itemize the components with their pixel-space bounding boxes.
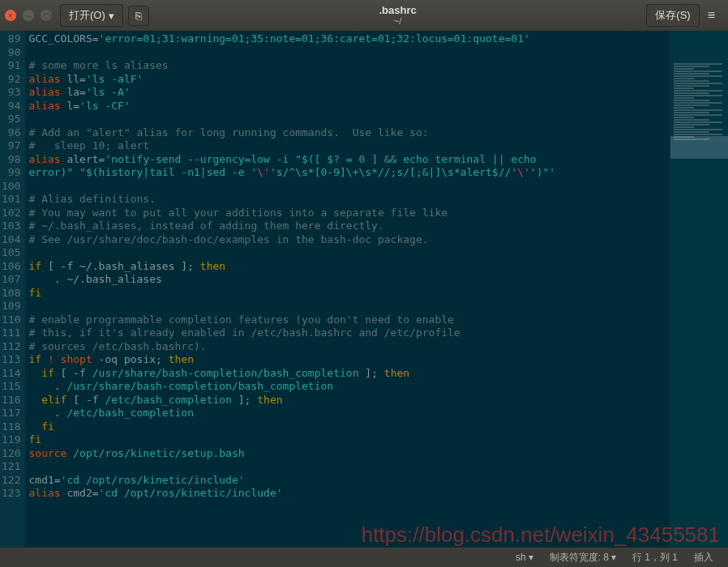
file-path: ~/	[149, 16, 647, 27]
line-number: 122	[2, 474, 20, 488]
code-line[interactable]: # this, if it's already enabled in /etc/…	[28, 326, 666, 340]
code-line[interactable]	[28, 514, 666, 527]
minimize-icon[interactable]: –	[23, 10, 34, 21]
code-line[interactable]	[28, 460, 666, 474]
line-number: 93	[2, 86, 20, 100]
status-insert-mode[interactable]: 插入	[686, 551, 722, 565]
window-controls: × – ▢	[5, 10, 52, 21]
line-number: 98	[2, 153, 20, 167]
titlebar: × – ▢ 打开(O) ▾ ⎘ .bashrc ~/ 保存(S) ≡	[0, 0, 728, 31]
line-number: 115	[2, 380, 20, 394]
code-line[interactable]: # See /usr/share/doc/bash-doc/examples i…	[28, 233, 666, 247]
code-line[interactable]: . /usr/share/bash-completion/bash_comple…	[28, 380, 666, 394]
code-line[interactable]: if [ -f ~/.bash_aliases ]; then	[28, 260, 666, 274]
line-number: 123	[2, 487, 20, 501]
code-line[interactable]: # ~/.bash_aliases, instead of adding the…	[28, 220, 666, 233]
line-number-gutter: 8990919293949596979899100101102103104105…	[0, 31, 25, 548]
close-icon[interactable]: ×	[5, 10, 16, 21]
file-name: .bashrc	[149, 4, 647, 17]
statusbar: sh ▾ 制表符宽度: 8 ▾ 行 1，列 1 插入	[0, 548, 728, 567]
title-center: .bashrc ~/	[149, 4, 647, 28]
line-number: 95	[2, 113, 20, 126]
hamburger-menu-icon[interactable]: ≡	[700, 8, 723, 23]
line-number: 121	[2, 460, 20, 474]
editor-area: 8990919293949596979899100101102103104105…	[0, 31, 728, 548]
open-label: 打开(O)	[69, 8, 105, 23]
code-content[interactable]: GCC_COLORS='error=01;31:warning=01;35:no…	[25, 31, 670, 548]
chevron-down-icon: ▾	[109, 10, 114, 22]
maximize-icon[interactable]: ▢	[41, 10, 52, 21]
minimap-lines	[674, 63, 725, 141]
line-number: 90	[2, 46, 20, 60]
line-number: 111	[2, 326, 20, 340]
code-line[interactable]: # enable programmable completion feature…	[28, 313, 666, 327]
line-number: 109	[2, 300, 20, 313]
line-number: 89	[2, 32, 20, 46]
save-button[interactable]: 保存(S)	[646, 4, 699, 27]
code-line[interactable]: if [ -f /usr/share/bash-completion/bash_…	[28, 367, 666, 381]
code-line[interactable]: if ! shopt -oq posix; then	[28, 353, 666, 367]
status-language[interactable]: sh ▾	[507, 552, 542, 563]
line-number: 107	[2, 273, 20, 287]
chevron-down-icon: ▾	[611, 552, 616, 563]
status-cursor-position[interactable]: 行 1，列 1	[624, 551, 686, 565]
open-button[interactable]: 打开(O) ▾	[60, 4, 123, 27]
line-number: 92	[2, 73, 20, 87]
code-line[interactable]: # sources /etc/bash.bashrc).	[28, 340, 666, 354]
chevron-down-icon: ▾	[529, 552, 533, 563]
code-line[interactable]	[28, 501, 666, 514]
code-line[interactable]: # You may want to put all your additions…	[28, 207, 666, 220]
code-line[interactable]	[28, 180, 666, 194]
code-line[interactable]: fi	[28, 420, 666, 434]
line-number: 97	[2, 139, 20, 153]
line-number: 110	[2, 313, 20, 327]
line-number: 99	[2, 166, 20, 180]
line-number: 113	[2, 353, 20, 367]
new-tab-button[interactable]: ⎘	[128, 6, 149, 26]
code-line[interactable]: fi	[28, 433, 666, 447]
line-number: 104	[2, 233, 20, 247]
code-line[interactable]: # some more ls aliases	[28, 59, 666, 73]
line-number: 116	[2, 394, 20, 407]
code-line[interactable]: alias ll='ls -alF'	[28, 73, 666, 87]
minimap[interactable]	[670, 31, 728, 548]
code-line[interactable]: source /opt/ros/kinetic/setup.bash	[28, 447, 666, 461]
code-line[interactable]: cmd1='cd /opt/ros/kinetic/include'	[28, 474, 666, 488]
code-line[interactable]: GCC_COLORS='error=01;31:warning=01;35:no…	[28, 32, 666, 46]
code-line[interactable]: . ~/.bash_aliases	[28, 273, 666, 287]
line-number: 114	[2, 367, 20, 381]
line-number: 120	[2, 447, 20, 461]
status-tab-width[interactable]: 制表符宽度: 8 ▾	[542, 551, 624, 565]
code-line[interactable]: alias alert='notify-send --urgency=low -…	[28, 153, 666, 167]
code-line[interactable]: # sleep 10; alert	[28, 139, 666, 153]
code-line[interactable]: fi	[28, 287, 666, 301]
code-line[interactable]: # Add an "alert" alias for long running …	[28, 126, 666, 140]
code-line[interactable]: alias l='ls -CF'	[28, 100, 666, 113]
code-line[interactable]	[28, 300, 666, 313]
code-line[interactable]: alias la='ls -A'	[28, 86, 666, 100]
line-number: 105	[2, 246, 20, 260]
line-number: 118	[2, 420, 20, 434]
code-line[interactable]	[28, 246, 666, 260]
code-line[interactable]: error)" "$(history|tail -n1|sed -e '\''s…	[28, 166, 666, 180]
code-line[interactable]: elif [ -f /etc/bash_completion ]; then	[28, 394, 666, 407]
line-number: 112	[2, 340, 20, 354]
line-number: 119	[2, 433, 20, 447]
code-line[interactable]	[28, 113, 666, 126]
line-number: 117	[2, 407, 20, 420]
line-number: 91	[2, 59, 20, 73]
save-label: 保存(S)	[655, 9, 690, 21]
line-number: 106	[2, 260, 20, 274]
code-scroll[interactable]: 8990919293949596979899100101102103104105…	[0, 31, 670, 548]
line-number: 108	[2, 287, 20, 301]
code-line[interactable]: . /etc/bash_completion	[28, 407, 666, 420]
minimap-viewport[interactable]	[670, 136, 728, 159]
code-line[interactable]	[28, 46, 666, 60]
code-line[interactable]: # Alias definitions.	[28, 193, 666, 207]
line-number: 102	[2, 207, 20, 220]
line-number: 96	[2, 126, 20, 140]
new-tab-icon: ⎘	[135, 10, 142, 22]
line-number: 94	[2, 100, 20, 113]
code-line[interactable]: alias cmd2='cd /opt/ros/kinetic/include'	[28, 487, 666, 501]
line-number: 103	[2, 220, 20, 233]
